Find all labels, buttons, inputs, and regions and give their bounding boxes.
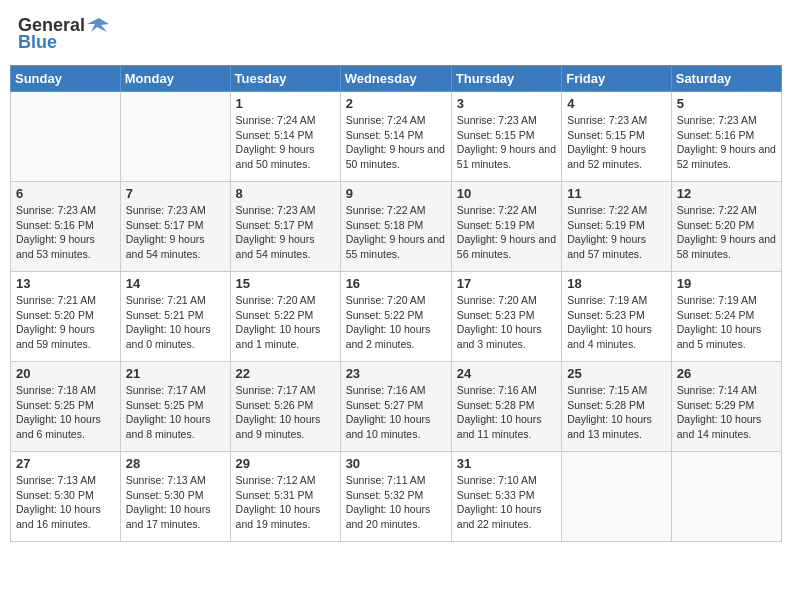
day-number: 27 [16,456,115,471]
day-number: 14 [126,276,225,291]
day-number: 30 [346,456,446,471]
day-of-week-friday: Friday [562,66,672,92]
day-info: Sunrise: 7:18 AM Sunset: 5:25 PM Dayligh… [16,383,115,442]
calendar-header: SundayMondayTuesdayWednesdayThursdayFrid… [11,66,782,92]
day-number: 2 [346,96,446,111]
calendar-cell: 2Sunrise: 7:24 AM Sunset: 5:14 PM Daylig… [340,92,451,182]
day-info: Sunrise: 7:20 AM Sunset: 5:23 PM Dayligh… [457,293,556,352]
day-info: Sunrise: 7:23 AM Sunset: 5:17 PM Dayligh… [236,203,335,262]
day-info: Sunrise: 7:24 AM Sunset: 5:14 PM Dayligh… [346,113,446,172]
days-of-week-row: SundayMondayTuesdayWednesdayThursdayFrid… [11,66,782,92]
calendar-week-2: 6Sunrise: 7:23 AM Sunset: 5:16 PM Daylig… [11,182,782,272]
day-info: Sunrise: 7:16 AM Sunset: 5:28 PM Dayligh… [457,383,556,442]
logo-bird-icon [87,14,109,36]
day-info: Sunrise: 7:23 AM Sunset: 5:15 PM Dayligh… [567,113,666,172]
day-number: 21 [126,366,225,381]
calendar-table: SundayMondayTuesdayWednesdayThursdayFrid… [10,65,782,542]
calendar-cell [671,452,781,542]
day-info: Sunrise: 7:22 AM Sunset: 5:19 PM Dayligh… [567,203,666,262]
day-info: Sunrise: 7:13 AM Sunset: 5:30 PM Dayligh… [126,473,225,532]
day-info: Sunrise: 7:14 AM Sunset: 5:29 PM Dayligh… [677,383,776,442]
calendar-cell: 14Sunrise: 7:21 AM Sunset: 5:21 PM Dayli… [120,272,230,362]
day-info: Sunrise: 7:23 AM Sunset: 5:17 PM Dayligh… [126,203,225,262]
day-info: Sunrise: 7:16 AM Sunset: 5:27 PM Dayligh… [346,383,446,442]
calendar-cell: 19Sunrise: 7:19 AM Sunset: 5:24 PM Dayli… [671,272,781,362]
calendar-week-5: 27Sunrise: 7:13 AM Sunset: 5:30 PM Dayli… [11,452,782,542]
calendar-cell: 17Sunrise: 7:20 AM Sunset: 5:23 PM Dayli… [451,272,561,362]
day-info: Sunrise: 7:10 AM Sunset: 5:33 PM Dayligh… [457,473,556,532]
day-info: Sunrise: 7:23 AM Sunset: 5:16 PM Dayligh… [677,113,776,172]
day-info: Sunrise: 7:20 AM Sunset: 5:22 PM Dayligh… [236,293,335,352]
calendar-cell: 21Sunrise: 7:17 AM Sunset: 5:25 PM Dayli… [120,362,230,452]
day-of-week-thursday: Thursday [451,66,561,92]
day-number: 31 [457,456,556,471]
calendar-cell: 5Sunrise: 7:23 AM Sunset: 5:16 PM Daylig… [671,92,781,182]
calendar-cell: 8Sunrise: 7:23 AM Sunset: 5:17 PM Daylig… [230,182,340,272]
calendar-cell: 20Sunrise: 7:18 AM Sunset: 5:25 PM Dayli… [11,362,121,452]
day-info: Sunrise: 7:13 AM Sunset: 5:30 PM Dayligh… [16,473,115,532]
calendar-cell: 29Sunrise: 7:12 AM Sunset: 5:31 PM Dayli… [230,452,340,542]
day-info: Sunrise: 7:17 AM Sunset: 5:25 PM Dayligh… [126,383,225,442]
day-info: Sunrise: 7:21 AM Sunset: 5:21 PM Dayligh… [126,293,225,352]
calendar-cell: 12Sunrise: 7:22 AM Sunset: 5:20 PM Dayli… [671,182,781,272]
day-number: 22 [236,366,335,381]
calendar-cell: 9Sunrise: 7:22 AM Sunset: 5:18 PM Daylig… [340,182,451,272]
day-info: Sunrise: 7:24 AM Sunset: 5:14 PM Dayligh… [236,113,335,172]
calendar-cell: 4Sunrise: 7:23 AM Sunset: 5:15 PM Daylig… [562,92,672,182]
day-number: 19 [677,276,776,291]
calendar-cell: 6Sunrise: 7:23 AM Sunset: 5:16 PM Daylig… [11,182,121,272]
calendar-week-3: 13Sunrise: 7:21 AM Sunset: 5:20 PM Dayli… [11,272,782,362]
day-info: Sunrise: 7:15 AM Sunset: 5:28 PM Dayligh… [567,383,666,442]
day-info: Sunrise: 7:11 AM Sunset: 5:32 PM Dayligh… [346,473,446,532]
day-of-week-wednesday: Wednesday [340,66,451,92]
day-number: 12 [677,186,776,201]
calendar-cell: 3Sunrise: 7:23 AM Sunset: 5:15 PM Daylig… [451,92,561,182]
day-number: 15 [236,276,335,291]
day-number: 29 [236,456,335,471]
calendar-week-1: 1Sunrise: 7:24 AM Sunset: 5:14 PM Daylig… [11,92,782,182]
day-number: 24 [457,366,556,381]
day-number: 6 [16,186,115,201]
calendar-cell: 10Sunrise: 7:22 AM Sunset: 5:19 PM Dayli… [451,182,561,272]
day-number: 11 [567,186,666,201]
day-number: 18 [567,276,666,291]
day-number: 13 [16,276,115,291]
calendar-cell: 15Sunrise: 7:20 AM Sunset: 5:22 PM Dayli… [230,272,340,362]
day-info: Sunrise: 7:22 AM Sunset: 5:19 PM Dayligh… [457,203,556,262]
calendar-cell: 1Sunrise: 7:24 AM Sunset: 5:14 PM Daylig… [230,92,340,182]
day-of-week-saturday: Saturday [671,66,781,92]
calendar-cell: 16Sunrise: 7:20 AM Sunset: 5:22 PM Dayli… [340,272,451,362]
calendar-week-4: 20Sunrise: 7:18 AM Sunset: 5:25 PM Dayli… [11,362,782,452]
day-info: Sunrise: 7:23 AM Sunset: 5:15 PM Dayligh… [457,113,556,172]
day-info: Sunrise: 7:22 AM Sunset: 5:18 PM Dayligh… [346,203,446,262]
day-info: Sunrise: 7:12 AM Sunset: 5:31 PM Dayligh… [236,473,335,532]
day-number: 25 [567,366,666,381]
calendar-cell: 28Sunrise: 7:13 AM Sunset: 5:30 PM Dayli… [120,452,230,542]
day-number: 9 [346,186,446,201]
calendar-cell: 30Sunrise: 7:11 AM Sunset: 5:32 PM Dayli… [340,452,451,542]
svg-marker-0 [87,18,109,32]
day-number: 4 [567,96,666,111]
day-number: 7 [126,186,225,201]
day-number: 10 [457,186,556,201]
calendar-cell: 24Sunrise: 7:16 AM Sunset: 5:28 PM Dayli… [451,362,561,452]
day-number: 17 [457,276,556,291]
day-number: 16 [346,276,446,291]
day-info: Sunrise: 7:19 AM Sunset: 5:24 PM Dayligh… [677,293,776,352]
calendar-cell: 7Sunrise: 7:23 AM Sunset: 5:17 PM Daylig… [120,182,230,272]
calendar-body: 1Sunrise: 7:24 AM Sunset: 5:14 PM Daylig… [11,92,782,542]
calendar-cell: 26Sunrise: 7:14 AM Sunset: 5:29 PM Dayli… [671,362,781,452]
calendar-cell [562,452,672,542]
day-info: Sunrise: 7:22 AM Sunset: 5:20 PM Dayligh… [677,203,776,262]
calendar-cell: 18Sunrise: 7:19 AM Sunset: 5:23 PM Dayli… [562,272,672,362]
day-number: 23 [346,366,446,381]
calendar-cell: 11Sunrise: 7:22 AM Sunset: 5:19 PM Dayli… [562,182,672,272]
day-of-week-sunday: Sunday [11,66,121,92]
calendar-cell: 13Sunrise: 7:21 AM Sunset: 5:20 PM Dayli… [11,272,121,362]
day-info: Sunrise: 7:23 AM Sunset: 5:16 PM Dayligh… [16,203,115,262]
page-header: General Blue [10,10,782,57]
calendar-cell: 27Sunrise: 7:13 AM Sunset: 5:30 PM Dayli… [11,452,121,542]
calendar-cell: 22Sunrise: 7:17 AM Sunset: 5:26 PM Dayli… [230,362,340,452]
calendar-cell: 25Sunrise: 7:15 AM Sunset: 5:28 PM Dayli… [562,362,672,452]
day-info: Sunrise: 7:17 AM Sunset: 5:26 PM Dayligh… [236,383,335,442]
